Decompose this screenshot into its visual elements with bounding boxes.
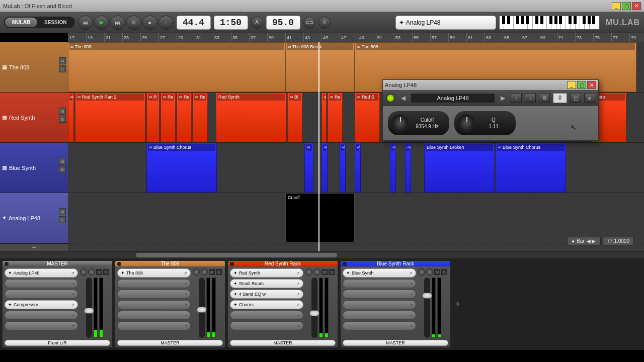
insert-slot-empty[interactable]: ▾ (343, 321, 416, 330)
clip[interactable]: ∞ R (146, 93, 159, 142)
gain-knob[interactable] (426, 268, 433, 276)
power-led-icon[interactable] (386, 94, 395, 103)
plugin-minimize-icon[interactable]: _ (567, 81, 576, 89)
volume-fader[interactable] (199, 278, 205, 338)
clip[interactable]: ∞ Red S (355, 93, 380, 142)
solo-button[interactable]: S (441, 269, 447, 275)
down-button[interactable]: ↓ (525, 93, 536, 103)
solo-button[interactable]: S (329, 269, 335, 275)
time-signature-display[interactable]: 44.4 (177, 16, 211, 30)
insert-slot[interactable]: ✦Chorus↗ (230, 300, 303, 309)
track-header-808[interactable]: ▦ The 808 MS (0, 42, 68, 93)
channel-header[interactable]: Blue Synth Rack (341, 261, 450, 266)
add-track-button[interactable]: + (0, 243, 68, 251)
insert-slot-empty[interactable]: ▾ (343, 311, 416, 320)
track-header-blue[interactable]: ▦ Blue Synth MS (0, 143, 68, 193)
channel-header[interactable]: The 808 (115, 261, 225, 266)
clip[interactable]: ∞ (390, 143, 396, 193)
solo-button[interactable]: S (103, 269, 109, 275)
forward-button[interactable]: ⏭ (110, 16, 125, 30)
solo-button[interactable]: S (59, 116, 66, 123)
auto-button[interactable]: A (251, 17, 263, 29)
mode-session-button[interactable]: SESSION (37, 18, 73, 27)
add-channel-button[interactable]: + (453, 260, 463, 348)
clip[interactable]: ∞ Re (177, 93, 192, 142)
channel-header[interactable]: Red Synth Rack (228, 261, 338, 266)
preset-selector[interactable]: ✦ Analog LP48 (395, 16, 496, 30)
cutoff-knob[interactable] (391, 114, 409, 132)
time-display[interactable]: 1:50 (214, 16, 248, 30)
snap-selector[interactable]: ● Bar ◀ ▶ (567, 237, 600, 245)
insert-slot-empty[interactable]: ▾ (343, 290, 416, 299)
insert-slot[interactable]: ✦Small Room↗ (230, 279, 303, 288)
insert-slot-empty[interactable]: ▾ (5, 321, 78, 330)
insert-slot-empty[interactable]: ▾ (117, 300, 191, 309)
track-content[interactable]: ∞ The 808∞ The 808 Break∞ The 808 ∞∞ Red… (68, 42, 644, 251)
insert-slot[interactable]: ✦Red Synth↗ (230, 268, 303, 278)
insert-slot[interactable]: ✦Compressor↗ (5, 300, 78, 309)
pan-knob[interactable] (80, 268, 87, 276)
clip[interactable]: ∞ Re (193, 93, 208, 142)
clip[interactable]: ∞ (321, 93, 327, 142)
folder-button[interactable]: ⧉ (539, 93, 550, 103)
link-button[interactable]: ⊂⊃ (303, 17, 315, 29)
mute-button[interactable]: M (434, 269, 440, 275)
loop-button[interactable]: ⊙ (126, 16, 141, 30)
clip[interactable]: ∞ (68, 93, 74, 142)
metronome-button[interactable]: ♪ (158, 16, 174, 30)
maximize-icon[interactable]: ▢ (622, 2, 631, 10)
mute-button[interactable]: M (209, 269, 215, 275)
mute-button[interactable]: M (59, 158, 66, 165)
plugin-titlebar[interactable]: Analog LP48 _ ▢ ✕ (383, 80, 598, 90)
clip[interactable]: ∞ Blue Synth Chorus (496, 143, 566, 193)
mute-button[interactable]: M (59, 57, 66, 64)
play-button[interactable]: ▶ (94, 16, 109, 30)
next-preset-button[interactable]: ▶ (498, 93, 508, 103)
insert-slot[interactable]: ✦Blue Synth↗ (343, 268, 416, 278)
timeline-ruler[interactable]: 1719212325272931333537394143454749515355… (68, 33, 644, 42)
clip[interactable]: ∞ The 808 Break (285, 42, 355, 92)
insert-slot[interactable]: ✦The 808↗ (117, 268, 191, 278)
clip[interactable]: ∞ (304, 143, 313, 193)
playhead[interactable] (318, 42, 319, 251)
plugin-preset-name[interactable]: Analog LP48 (411, 94, 495, 103)
clip[interactable]: ∞ (355, 143, 361, 193)
volume-fader[interactable] (86, 278, 92, 338)
close-icon[interactable]: ✕ (632, 2, 641, 10)
clip[interactable]: ∞ (321, 143, 328, 193)
clip[interactable]: ∞ (340, 143, 346, 193)
clip[interactable]: Red Synth (216, 93, 286, 142)
record-button[interactable]: ● (142, 16, 157, 30)
plugin-close-icon[interactable]: ✕ (587, 81, 596, 89)
pan-knob[interactable] (193, 268, 200, 276)
mute-button[interactable]: M (96, 269, 102, 275)
program-number[interactable]: 0 (553, 93, 567, 103)
plugin-maximize-icon[interactable]: ▢ (577, 81, 586, 89)
clip[interactable]: ∞ Re (160, 93, 176, 142)
clip[interactable]: ∞ Re (328, 93, 343, 142)
clip[interactable]: ∞ Bl (287, 93, 302, 142)
solo-button[interactable]: S (59, 166, 66, 173)
plugin-window[interactable]: Analog LP48 _ ▢ ✕ ◀ Analog LP48 ▶ ↑ ↓ ⧉ … (382, 79, 599, 141)
tempo-display[interactable]: 95.0 (266, 16, 300, 30)
clip[interactable]: ∞ (405, 143, 411, 193)
mode-mulab-button[interactable]: MULAB (5, 18, 37, 27)
grid-button[interactable]: ≣ (318, 17, 331, 29)
scrollbar-thumb[interactable] (136, 253, 337, 257)
clip[interactable]: ∞ The 808 (68, 42, 285, 92)
clip[interactable]: ∞ Red Synth Part 2 (75, 93, 145, 142)
insert-slot-empty[interactable]: ▾ (5, 279, 78, 288)
track-header-red[interactable]: ▦ Red Synth MS (0, 93, 68, 143)
mute-button[interactable]: M (321, 269, 328, 275)
cutoff-control[interactable]: Cutoff 9354.9 Hz (388, 111, 449, 135)
insert-slot-empty[interactable]: ▾ (5, 290, 78, 299)
gain-knob[interactable] (201, 268, 208, 276)
insert-slot-empty[interactable]: ▾ (117, 279, 191, 288)
horizontal-scrollbar[interactable] (0, 251, 644, 258)
channel-output[interactable]: MASTER (230, 340, 336, 346)
minimize-icon[interactable]: _ (612, 2, 621, 10)
channel-output[interactable]: MASTER (343, 340, 448, 346)
solo-button[interactable]: S (59, 216, 66, 223)
q-control[interactable]: Q 1.11 (454, 111, 516, 135)
q-knob[interactable] (457, 114, 475, 132)
